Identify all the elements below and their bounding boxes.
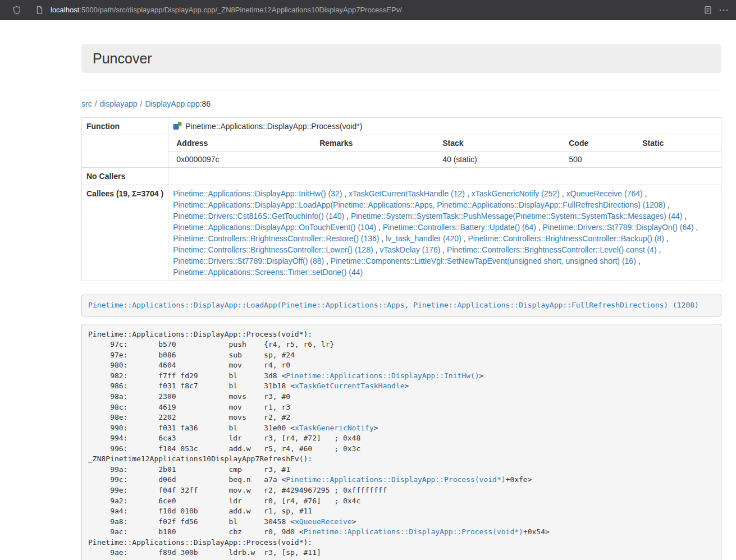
breadcrumb-link[interactable]: displayapp — [100, 99, 138, 108]
code-symbol-link[interactable]: xTaskGetCurrentTaskHandle — [295, 382, 405, 390]
callee-separator: , — [324, 256, 331, 265]
function-icon — [173, 122, 182, 131]
callees-row: Callees (19, Σ=3704 ) Pinetime::Applicat… — [82, 185, 721, 281]
code-symbol-link[interactable]: Pinetime::Applications::DisplayApp::Init… — [286, 371, 479, 380]
cell-address: 0x0000097c — [168, 152, 312, 168]
page-info-icon[interactable] — [31, 2, 47, 18]
breadcrumb-link[interactable]: src — [81, 99, 92, 108]
cell-remarks — [312, 152, 435, 168]
divider — [81, 90, 721, 90]
callee-separator: , — [373, 245, 380, 254]
callee-link[interactable]: vTaskDelay (176) — [380, 245, 440, 254]
symbol-highlight-box: Pinetime::Applications::DisplayApp::Load… — [81, 295, 721, 316]
callee-separator: , — [461, 234, 468, 243]
callee-link[interactable]: xQueueReceive (764) — [566, 189, 643, 198]
breadcrumb-link[interactable]: DisplayApp.cpp — [145, 99, 199, 108]
callee-link[interactable]: Pinetime::Controllers::BrightnessControl… — [173, 234, 379, 243]
overflow-menu-icon[interactable]: ⋯ — [716, 2, 732, 18]
callee-link[interactable]: Pinetime::Drivers::St7789::DisplayOff() … — [173, 256, 324, 265]
url-path: :5000/path/src/displayapp/DisplayApp.cpp… — [79, 6, 402, 14]
callee-link[interactable]: lv_task_handler (420) — [386, 234, 461, 243]
callee-link[interactable]: Pinetime::Drivers::St7789::DisplayOn() (… — [543, 223, 694, 232]
callee-link[interactable]: Pinetime::Applications::Screens::Timer::… — [173, 268, 363, 277]
callee-separator: , — [536, 223, 543, 232]
callee-link[interactable]: Pinetime::System::SystemTask::PushMessag… — [351, 212, 683, 221]
callee-link[interactable]: Pinetime::Applications::DisplayApp::Load… — [173, 200, 665, 209]
function-table: Function Pinetime::Applications::Display… — [81, 117, 721, 281]
callee-link[interactable]: Pinetime::Controllers::Battery::Update()… — [383, 223, 536, 232]
highlighted-symbol-link[interactable]: Pinetime::Applications::DisplayApp::Load… — [88, 301, 699, 309]
callee-link[interactable]: Pinetime::Applications::DisplayApp::OnTo… — [173, 223, 376, 232]
shield-icon[interactable] — [9, 2, 25, 18]
callee-link[interactable]: Pinetime::Drivers::Cst816S::GetTouchInfo… — [173, 212, 344, 221]
callee-separator: , — [665, 200, 670, 209]
breadcrumb: src/displayapp/DisplayApp.cpp:86 — [81, 98, 721, 109]
code-symbol-link[interactable]: xQueueReceive — [295, 517, 352, 526]
disassembly-block: Pinetime::Applications::DisplayApp::Proc… — [81, 324, 721, 560]
callee-link[interactable]: Pinetime::Controllers::BrightnessControl… — [468, 234, 664, 243]
col-header-address: Address — [168, 135, 312, 152]
callee-separator: , — [657, 245, 661, 254]
col-header-static: Static — [634, 135, 721, 152]
no-callers-row: No Callers — [82, 168, 721, 185]
callee-separator: , — [636, 256, 641, 265]
callee-link[interactable]: Pinetime::Controllers::BrightnessControl… — [447, 245, 656, 254]
col-header-code: Code — [561, 135, 634, 152]
callees-list: Pinetime::Applications::DisplayApp::Init… — [168, 185, 721, 281]
callee-separator: , — [379, 234, 386, 243]
reader-mode-icon[interactable] — [700, 2, 716, 18]
page-title: Puncover — [93, 51, 152, 66]
callee-separator: , — [694, 223, 698, 232]
app-header: Puncover — [81, 44, 721, 73]
col-header-stack: Stack — [435, 135, 561, 152]
url-bar[interactable]: localhost:5000/path/src/displayapp/Displ… — [51, 6, 700, 14]
code-symbol-link[interactable]: Pinetime::Applications::DisplayApp::Proc… — [286, 475, 505, 484]
function-stats-table: Address Remarks Stack Code Static 0x0000… — [168, 135, 721, 167]
stats-row: Address Remarks Stack Code Static 0x0000… — [82, 135, 721, 168]
callee-link[interactable]: Pinetime::Components::LittleVgl::SetNewT… — [331, 256, 636, 265]
browser-toolbar: localhost:5000/path/src/displayapp/Displ… — [0, 0, 736, 20]
breadcrumb-separator: / — [138, 99, 145, 108]
callee-separator: , — [643, 189, 647, 198]
callee-link[interactable]: xTaskGenericNotify (252) — [472, 189, 560, 198]
callee-separator: , — [342, 189, 349, 198]
callee-separator: , — [664, 234, 669, 243]
callees-label: Callees (19, Σ=3704 ) — [82, 185, 168, 281]
callee-separator: , — [376, 223, 383, 232]
cell-static — [634, 152, 721, 168]
breadcrumb-separator: / — [92, 99, 100, 108]
callee-link[interactable]: Pinetime::Applications::DisplayApp::Init… — [173, 189, 342, 198]
callee-separator: , — [440, 245, 447, 254]
cell-stack: 40 (static) — [435, 152, 561, 168]
url-host: localhost — [51, 6, 79, 14]
no-callers-label: No Callers — [82, 168, 168, 185]
cell-code: 500 — [561, 152, 634, 168]
col-header-remarks: Remarks — [312, 135, 435, 152]
callee-separator: , — [560, 189, 566, 198]
callee-link[interactable]: xTaskGetCurrentTaskHandle (12) — [349, 189, 465, 198]
callee-separator: , — [682, 212, 687, 221]
function-row: Function Pinetime::Applications::Display… — [82, 118, 721, 135]
callee-separator: , — [465, 189, 472, 198]
callee-link[interactable]: Pinetime::Controllers::BrightnessControl… — [173, 245, 373, 254]
breadcrumb-line-number: :86 — [200, 99, 211, 108]
callee-separator: , — [344, 212, 351, 221]
function-name: Pinetime::Applications::DisplayApp::Proc… — [185, 122, 362, 131]
code-symbol-link[interactable]: Pinetime::Applications::DisplayApp::Proc… — [304, 527, 523, 536]
page-container: Puncover src/displayapp/DisplayApp.cpp:8… — [81, 20, 721, 560]
code-symbol-link[interactable]: xTaskGenericNotify — [295, 424, 374, 432]
function-label: Function — [82, 118, 168, 135]
